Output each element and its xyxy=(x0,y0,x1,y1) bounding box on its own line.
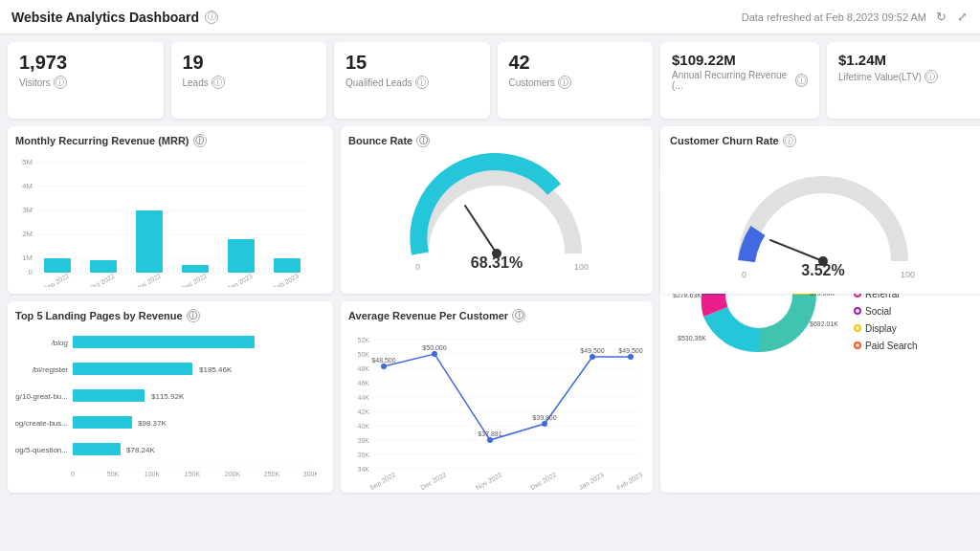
right-kpi-row: $109.22M Annual Recurring Revenue (... ⓘ… xyxy=(660,42,980,119)
svg-text:50K: 50K xyxy=(358,351,370,358)
svg-text:/blog/create-bus...: /blog/create-bus... xyxy=(15,419,68,428)
svg-text:38K: 38K xyxy=(358,437,370,444)
kpi-qualified: 15 Qualified Leads ⓘ xyxy=(334,42,490,119)
svg-text:$530.36K: $530.36K xyxy=(678,335,706,342)
svg-text:Feb 2023: Feb 2023 xyxy=(615,471,643,491)
svg-text:Sep 2022: Sep 2022 xyxy=(42,272,71,287)
svg-text:$49,500: $49,500 xyxy=(618,347,642,354)
kpi-leads: 19 Leads ⓘ xyxy=(171,42,327,119)
qualified-label: Qualified Leads ⓘ xyxy=(345,76,479,89)
svg-text:$50,000: $50,000 xyxy=(422,344,446,351)
arr-info[interactable]: ⓘ xyxy=(795,74,808,87)
kpi-visitors: 1,973 Visitors ⓘ xyxy=(8,42,164,119)
svg-text:$48,500: $48,500 xyxy=(371,357,395,364)
qualified-value: 15 xyxy=(345,52,479,74)
visitors-label: Visitors ⓘ xyxy=(19,76,152,89)
svg-text:$78.24K: $78.24K xyxy=(126,446,155,454)
dashboard-header: Website Analytics Dashboard ⓘ Data refre… xyxy=(0,0,980,34)
ltv-info[interactable]: ⓘ xyxy=(924,70,938,83)
svg-text:Dec 2022: Dec 2022 xyxy=(529,471,558,491)
svg-rect-15 xyxy=(182,265,209,273)
landing-pages-card: Top 5 Landing Pages by Revenue ⓘ /blog /… xyxy=(8,301,333,493)
kpi-arr: $109.22M Annual Recurring Revenue (... ⓘ xyxy=(660,42,819,119)
svg-point-76 xyxy=(381,364,387,369)
arr-value: $109.22M xyxy=(672,52,808,68)
avg-revenue-chart: 52K 50K 48K 46K 44K 42K 40K 38K 36K 34K xyxy=(348,328,645,491)
svg-text:Sep 2022: Sep 2022 xyxy=(368,471,397,491)
churn-gauge: 0 100 3.52% xyxy=(713,165,933,280)
svg-text:40K: 40K xyxy=(358,423,370,430)
svg-text:52K: 52K xyxy=(358,337,370,343)
svg-text:Jan 2023: Jan 2023 xyxy=(227,273,255,287)
svg-text:200K: 200K xyxy=(225,471,241,477)
expand-icon[interactable]: ⤢ xyxy=(955,11,969,24)
avg-revenue-card: Average Revenue Per Customer ⓘ 52K 50K 4… xyxy=(341,301,653,493)
mrr-chart: 5M 4M 3M 2M 1M 0 xyxy=(15,153,312,287)
customers-info[interactable]: ⓘ xyxy=(558,76,571,89)
svg-text:Nov 2022: Nov 2022 xyxy=(475,471,503,491)
leads-label: Leads ⓘ xyxy=(183,76,316,89)
churn-title-row: Customer Churn Rate ⓘ xyxy=(660,126,980,151)
svg-text:100: 100 xyxy=(901,270,915,279)
svg-text:250K: 250K xyxy=(264,471,280,477)
bounce-rate-card: Bounce Rate ⓘ 0 100 68.31% xyxy=(341,126,653,294)
svg-text:300K: 300K xyxy=(303,471,317,477)
svg-text:46K: 46K xyxy=(358,380,370,386)
svg-rect-14 xyxy=(136,210,163,273)
svg-text:100K: 100K xyxy=(145,471,161,477)
svg-text:Nov 2022: Nov 2022 xyxy=(134,272,163,287)
svg-text:68.31%: 68.31% xyxy=(471,254,523,271)
svg-text:Feb 2023: Feb 2023 xyxy=(272,272,300,287)
avg-info[interactable]: ⓘ xyxy=(512,309,525,322)
svg-rect-43 xyxy=(73,416,132,429)
customers-value: 42 xyxy=(509,52,642,74)
landing-info[interactable]: ⓘ xyxy=(187,309,200,322)
churn-info[interactable]: ⓘ xyxy=(783,134,796,147)
svg-text:$39,800: $39,800 xyxy=(532,414,556,421)
svg-text:0: 0 xyxy=(415,262,420,272)
svg-text:100: 100 xyxy=(574,262,589,272)
svg-rect-35 xyxy=(73,336,255,348)
svg-text:50K: 50K xyxy=(107,471,120,477)
svg-rect-37 xyxy=(73,363,192,375)
svg-text:48K: 48K xyxy=(358,365,370,372)
kpi-ltv: $1.24M Lifetime Value(LTV) ⓘ xyxy=(827,42,980,119)
svg-text:1M: 1M xyxy=(22,253,33,262)
bounce-title: Bounce Rate ⓘ xyxy=(348,134,430,147)
refresh-icon[interactable]: ↻ xyxy=(934,11,947,24)
svg-text:2M: 2M xyxy=(22,230,33,238)
mrr-card: Monthly Recurring Revenue (MRR) ⓘ 5M 4M … xyxy=(8,126,333,294)
svg-point-81 xyxy=(628,354,634,360)
svg-text:$692.01K: $692.01K xyxy=(810,320,838,327)
svg-rect-12 xyxy=(44,258,71,273)
landing-pages-title: Top 5 Landing Pages by Revenue ⓘ xyxy=(15,309,325,322)
svg-text:4M: 4M xyxy=(22,182,33,190)
customers-label: Customers ⓘ xyxy=(509,76,642,89)
svg-rect-17 xyxy=(274,258,301,273)
landing-chart: /blog /bl/register $185.46K /blog/10-gre… xyxy=(15,328,317,491)
legend-display: Display xyxy=(854,323,931,334)
svg-text:36K: 36K xyxy=(358,452,370,458)
title-info-icon[interactable]: ⓘ xyxy=(205,11,218,24)
svg-text:Oct 2022: Oct 2022 xyxy=(89,273,116,287)
visitors-value: 1,973 xyxy=(19,52,152,74)
svg-point-78 xyxy=(487,437,493,443)
svg-text:Dec 2022: Dec 2022 xyxy=(180,272,209,287)
svg-text:$49,500: $49,500 xyxy=(580,347,604,354)
qualified-info[interactable]: ⓘ xyxy=(415,76,429,89)
svg-text:$185.46K: $185.46K xyxy=(199,365,233,374)
svg-text:5M: 5M xyxy=(22,158,33,166)
svg-text:0: 0 xyxy=(742,270,746,279)
mrr-title: Monthly Recurring Revenue (MRR) ⓘ xyxy=(15,134,325,147)
svg-text:Dec 2022: Dec 2022 xyxy=(419,471,448,491)
bounce-info[interactable]: ⓘ xyxy=(416,134,430,147)
svg-text:34K: 34K xyxy=(358,466,370,473)
svg-text:0: 0 xyxy=(71,471,75,477)
leads-info[interactable]: ⓘ xyxy=(212,76,225,89)
churn-title: Customer Churn Rate xyxy=(670,135,779,146)
ltv-label: Lifetime Value(LTV) ⓘ xyxy=(838,70,974,83)
mrr-info[interactable]: ⓘ xyxy=(193,134,207,147)
svg-text:42K: 42K xyxy=(358,408,370,415)
avg-revenue-title: Average Revenue Per Customer ⓘ xyxy=(348,309,645,322)
visitors-info[interactable]: ⓘ xyxy=(54,76,67,89)
